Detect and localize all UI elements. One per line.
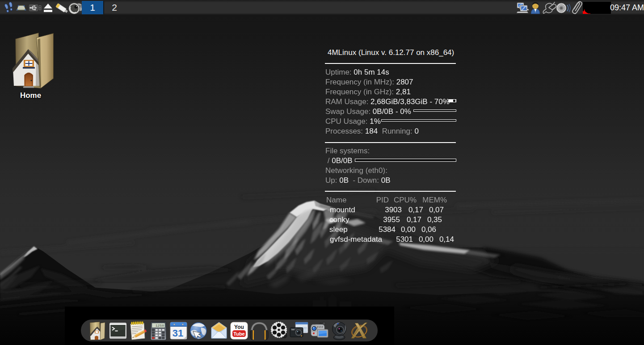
svg-text:Tube: Tube — [233, 331, 244, 337]
svg-text:31: 31 — [173, 328, 183, 339]
svg-text:1250: 1250 — [156, 324, 164, 328]
svg-text:You: You — [234, 324, 244, 330]
